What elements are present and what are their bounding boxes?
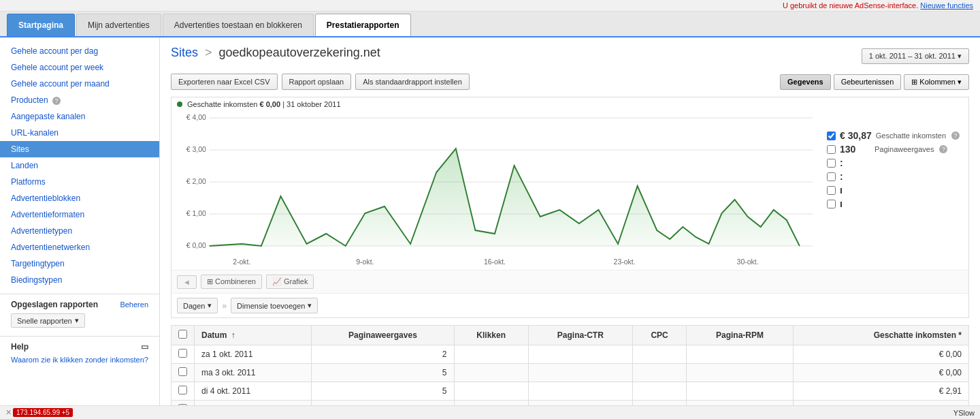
cell-ctr [528,382,632,401]
table-row: di 4 okt. 2011 5 € 2,91 [172,382,969,401]
tab-startpagina[interactable]: Startpagina [7,14,75,36]
svg-text:€ 3,00: € 3,00 [186,145,206,153]
metric-6-checkbox[interactable] [827,200,836,208]
sidebar-item-advertentieblokken[interactable]: Advertentieblokken [0,190,159,206]
cell-date: ma 3 okt. 2011 [195,364,312,382]
metric-5-checkbox[interactable] [827,186,836,195]
sidebar-item-platforms[interactable]: Platforms [0,174,159,190]
manage-reports-link[interactable]: Beheren [120,300,148,309]
cell-date: za 1 okt. 2011 [195,345,312,364]
table-row: ma 3 okt. 2011 5 € 0,00 [172,364,969,382]
view-kolommen-button[interactable]: ⊞ Kolommen ▾ [904,74,969,90]
top-bar-message: U gebruikt de nieuwe AdSense-interface. [783,1,918,10]
dimension-arrow-icon: » [222,301,227,311]
sidebar-item-advertentieformaten[interactable]: Advertentieformaten [0,206,159,223]
cell-date: di 4 okt. 2011 [195,382,312,401]
row-checkbox[interactable] [178,367,187,376]
breadcrumb-current: goedkopeautoverzekering.net [219,46,380,59]
col-ctr: Pagina-CTR [528,326,632,345]
metric-row-6: ı [827,198,963,209]
kolommen-icon: ⊞ [911,78,917,86]
cell-pageviews: 5 [312,382,454,401]
sidebar-item-sites[interactable]: Sites [0,141,159,157]
days-dropdown-icon: ▾ [208,301,212,310]
cell-income: € 0,00 [793,345,968,364]
quick-reports-button[interactable]: Snelle rapporten ▾ [11,313,85,328]
cell-income: € 0,00 [793,364,968,382]
pageviews-help-icon[interactable]: ? [939,145,947,153]
chart-prev-button[interactable]: ◄ [177,275,197,289]
col-klikken: Klikken [454,326,528,345]
tab-prestatierapporten[interactable]: Prestatierapporten [315,14,411,36]
sidebar-item-gehele-week[interactable]: Gehele account per week [0,59,159,76]
sidebar-item-gehele-maand[interactable]: Gehele account per maand [0,76,159,92]
metric-row-5: ı [827,185,963,196]
view-gegevens-button[interactable]: Gegevens [780,74,831,90]
cell-clicks [454,364,528,382]
status-ip-badge[interactable]: 173.194.65.99 +5 [13,408,73,417]
save-report-button[interactable]: Rapport opslaan [282,74,352,90]
svg-text:9-okt.: 9-okt. [356,258,374,266]
cell-income: € 2,91 [793,382,968,401]
cell-rpm [687,364,793,382]
set-default-button[interactable]: Als standaardrapport instellen [355,74,470,90]
date-dropdown-icon: ▾ [958,52,962,60]
metric-income-checkbox[interactable] [827,131,836,140]
saved-reports-title: Opgeslagen rapporten [11,300,98,309]
add-dimension-select[interactable]: Dimensie toevoegen ▾ [231,298,318,313]
status-close-icon[interactable]: ✕ [5,408,12,417]
sidebar-item-biedingstypen[interactable]: Biedingstypen [0,272,159,288]
tab-toestaan-blokkeren[interactable]: Advertenties toestaan en blokkeren [163,14,314,36]
metric-4-checkbox[interactable] [827,172,836,181]
tab-mijn-advertenties[interactable]: Mijn advertenties [76,14,161,36]
breadcrumb-parent[interactable]: Sites [171,46,198,59]
content-area: Sites > goedkopeautoverzekering.net 1 ok… [160,37,980,417]
sidebar-item-gehele-dag[interactable]: Gehele account per dag [0,43,159,59]
cell-ctr [528,364,632,382]
data-table: Datum ↑ Paginaweergaves Klikken Pagina-C… [171,325,969,417]
quick-reports-arrow-icon: ▾ [75,316,79,325]
row-checkbox[interactable] [178,386,187,394]
svg-text:€ 1,00: € 1,00 [186,209,206,217]
combine-button[interactable]: ⊞ Combineren [201,275,262,289]
sidebar-item-url-kanalen[interactable]: URL-kanalen [0,125,159,141]
sidebar-item-aangepaste-kanalen[interactable]: Aangepaste kanalen [0,108,159,125]
sidebar-item-producten[interactable]: Producten ? [0,92,159,108]
producten-help-icon[interactable]: ? [52,97,61,105]
view-gebeurtenissen-button[interactable]: Gebeurtenissen [834,74,902,90]
metrics-panel: € 30,87 Geschatte inkomsten ? 130 Pagina… [827,130,963,212]
date-range: 1 okt. 2011 – 31 okt. 2011 ▾ [862,48,969,64]
col-rpm: Pagina-RPM [687,326,793,345]
select-all-checkbox[interactable] [178,330,187,339]
sidebar-item-targetingtypen[interactable]: Targetingtypen [0,255,159,272]
days-select[interactable]: Dagen ▾ [177,298,218,313]
metric-3-checkbox[interactable] [827,159,836,168]
help-collapse-button[interactable]: ▭ [141,342,148,352]
sidebar-item-advertentienetwerken[interactable]: Advertentienetwerken [0,239,159,255]
sidebar-item-landen[interactable]: Landen [0,157,159,174]
svg-text:€ 4,00: € 4,00 [186,113,206,121]
cell-cpc [632,364,687,382]
col-cpc: CPC [632,326,687,345]
graph-icon: 📈 [272,277,282,285]
date-range-button[interactable]: 1 okt. 2011 – 31 okt. 2011 ▾ [862,48,969,64]
breadcrumb: Sites > goedkopeautoverzekering.net [171,46,380,60]
income-help-icon[interactable]: ? [951,131,960,140]
export-excel-button[interactable]: Exporteren naar Excel CSV [171,74,278,90]
metric-pageviews-checkbox[interactable] [827,145,836,154]
svg-text:2-okt.: 2-okt. [233,258,250,266]
sidebar-item-advertentietypen[interactable]: Advertentietypen [0,223,159,239]
dimension-controls: Dagen ▾ » Dimensie toevoegen ▾ [172,293,968,317]
metric-row-4: : [827,171,963,182]
help-link-klikken[interactable]: Waarom zie ik klikken zonder inkomsten? [11,355,148,365]
top-bar: U gebruikt de nieuwe AdSense-interface. … [0,0,980,12]
cell-rpm [687,345,793,364]
row-checkbox[interactable] [178,349,187,358]
chart-area: Geschatte inkomsten € 0,00 | 31 oktober … [171,97,969,318]
add-dimension-dropdown-icon: ▾ [308,301,312,310]
graph-button[interactable]: 📈 Grafiek [266,275,314,289]
help-title: Help [11,342,29,352]
new-features-link[interactable]: Nieuwe functies [920,1,973,10]
col-datum[interactable]: Datum ↑ [195,326,312,345]
cell-cpc [632,382,687,401]
